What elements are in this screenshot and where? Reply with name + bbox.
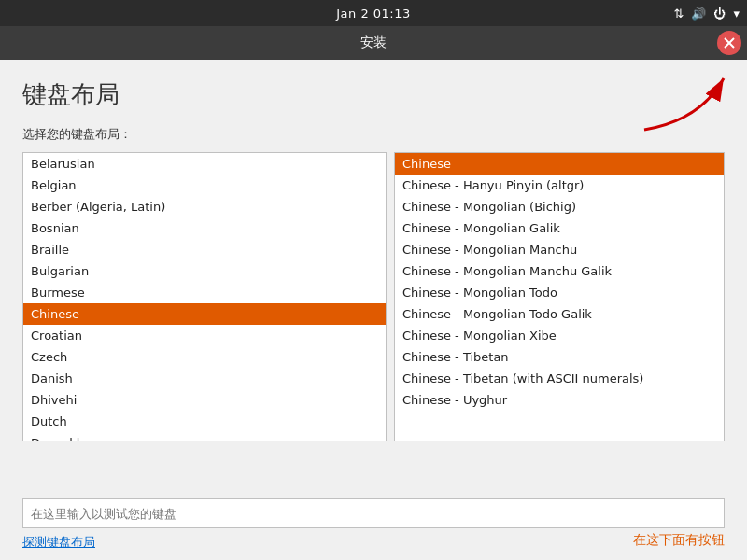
left-list-item[interactable]: Belarusian (23, 153, 386, 175)
right-list-item[interactable]: Chinese - Mongolian Galik (395, 217, 724, 239)
left-list-item[interactable]: Bosnian (23, 217, 386, 239)
right-list[interactable]: ChineseChinese - Hanyu Pinyin (altgr)Chi… (394, 152, 725, 441)
volume-icon: 🔊 (691, 7, 706, 21)
right-list-item[interactable]: Chinese - Mongolian Todo Galik (395, 303, 724, 325)
left-list-item[interactable]: Dutch (23, 411, 386, 432)
right-list-item[interactable]: Chinese - Mongolian Xibe (395, 325, 724, 346)
keyboard-test-input[interactable] (22, 498, 725, 528)
bottom-area: 探测键盘布局 在这下面有按钮 (22, 498, 725, 560)
left-list-item[interactable]: Bulgarian (23, 260, 386, 282)
window-title: 安装 (360, 35, 387, 51)
title-bar: 安装 (0, 26, 747, 60)
left-list-item[interactable]: Croatian (23, 325, 386, 346)
power-icon: ⏻ (713, 7, 726, 21)
content-area: 键盘布局 选择您的键盘布局： BelarusianBelgianBerber (… (0, 60, 747, 560)
right-list-item[interactable]: Chinese - Hanyu Pinyin (altgr) (395, 175, 724, 196)
right-list-item[interactable]: Chinese - Tibetan (395, 346, 724, 368)
left-list[interactable]: BelarusianBelgianBerber (Algeria, Latin)… (22, 152, 387, 441)
system-bar: Jan 2 01:13 ⇅ 🔊 ⏻ ▾ (0, 0, 747, 26)
detect-layout-link[interactable]: 探测键盘布局 (22, 534, 725, 551)
left-list-item[interactable]: Braille (23, 239, 386, 260)
right-list-item[interactable]: Chinese - Uyghur (395, 389, 724, 411)
close-button[interactable] (717, 31, 741, 55)
window: 安装 键盘布局 选择您的键盘布局： BelarusianBelgianBerbe… (0, 26, 747, 560)
left-list-item[interactable]: Danish (23, 368, 386, 389)
hint-text: 在这下面有按钮 (633, 532, 725, 549)
right-list-item[interactable]: Chinese - Tibetan (with ASCII numerals) (395, 368, 724, 389)
left-list-item[interactable]: Burmese (23, 282, 386, 303)
page-title: 键盘布局 (22, 78, 725, 111)
network-icon: ⇅ (674, 7, 684, 21)
right-list-item[interactable]: Chinese (395, 153, 724, 175)
lists-container: BelarusianBelgianBerber (Algeria, Latin)… (22, 152, 725, 489)
left-list-item[interactable]: Dzongkha (23, 432, 386, 441)
system-time: Jan 2 01:13 (336, 7, 411, 21)
instruction-text: 选择您的键盘布局： (22, 126, 725, 143)
right-list-item[interactable]: Chinese - Mongolian Todo (395, 282, 724, 303)
dropdown-icon: ▾ (733, 7, 740, 21)
left-list-item[interactable]: Belgian (23, 175, 386, 196)
system-icons: ⇅ 🔊 ⏻ ▾ (674, 7, 740, 21)
right-list-item[interactable]: Chinese - Mongolian (Bichig) (395, 196, 724, 217)
right-list-item[interactable]: Chinese - Mongolian Manchu (395, 239, 724, 260)
left-list-item[interactable]: Berber (Algeria, Latin) (23, 196, 386, 217)
left-list-item[interactable]: Dhivehi (23, 389, 386, 411)
left-list-item[interactable]: Czech (23, 346, 386, 368)
right-list-item[interactable]: Chinese - Mongolian Manchu Galik (395, 260, 724, 282)
left-list-item[interactable]: Chinese (23, 303, 386, 325)
